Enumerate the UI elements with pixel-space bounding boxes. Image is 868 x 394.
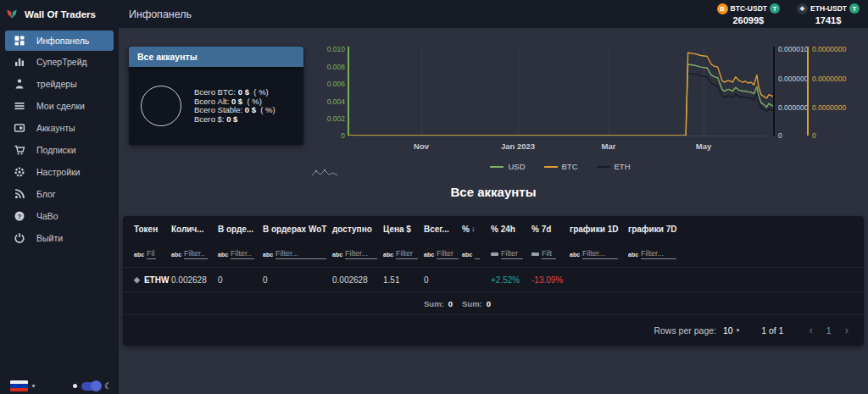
btc-axis-tick: 0.0000000 <box>812 75 846 83</box>
filter-input-percent-7d[interactable] <box>542 249 556 259</box>
sidebar-item-label: СуперТрейд <box>36 57 87 67</box>
filter-input-available[interactable] <box>345 249 377 259</box>
accounts-table: Токен Колич... В орде... В ордерах WoT д… <box>123 216 864 346</box>
all-accounts-summary-card: Все аккаунты Всего BTC: 0 $ ( %) Всего A… <box>129 47 303 145</box>
cell-price-usd: 1.51 <box>383 275 424 285</box>
sidebar-item-blog[interactable]: Блог <box>0 183 119 205</box>
filter-input-percent[interactable] <box>475 249 480 259</box>
eth-line-swatch <box>597 166 610 168</box>
account-card-icon <box>14 122 25 134</box>
left-axis-tick: 0.010 <box>314 45 345 53</box>
current-page-number[interactable]: 1 <box>826 325 832 336</box>
sidebar-item-traders[interactable]: трейдеры <box>0 73 119 95</box>
previous-page-button[interactable]: ‹ <box>809 324 812 336</box>
usdt-icon: T <box>770 3 780 14</box>
brand-name: Wall Of Traders <box>25 9 96 19</box>
ethw-token-icon: ◆ <box>134 275 140 284</box>
chevron-down-icon: ▼ <box>31 383 36 389</box>
eth-axis-tick: 0.000000 <box>778 103 808 112</box>
question-icon: ? <box>14 210 25 222</box>
column-header-percent[interactable]: %↓ <box>462 225 491 234</box>
chart-legend: USD BTC ETH <box>348 162 773 171</box>
sidebar-item-label: Выйти <box>36 233 63 243</box>
legend-item-btc[interactable]: BTC <box>544 162 578 171</box>
column-header-token[interactable]: Токен <box>134 225 171 234</box>
left-axis-tick: 0.004 <box>314 97 345 106</box>
column-header-price-usd[interactable]: Цена $ <box>383 225 424 234</box>
sidebar-item-label: Аккаунты <box>36 123 75 133</box>
btc-axis-tick: 0.0000000 <box>812 45 846 53</box>
sidebar-item-accounts[interactable]: Аккаунты <box>0 117 119 139</box>
sidebar-item-subscriptions[interactable]: Подписки <box>0 139 119 161</box>
left-axis-tick: 0.006 <box>314 80 345 88</box>
summary-card-header: Все аккаунты <box>129 47 303 67</box>
rows-per-page-label: Rows per page: <box>654 325 716 336</box>
column-header-total[interactable]: Всег... <box>424 225 462 234</box>
balance-history-chart: 0.010 0.008 0.006 0.004 0.002 0 0.000010… <box>314 38 865 186</box>
x-axis-tick: Jan 2023 <box>501 142 535 151</box>
sidebar-item-settings[interactable]: Настройки <box>0 161 119 183</box>
sidebar-item-label: Настройки <box>36 167 81 177</box>
cell-percent-24h: +2.52% <box>491 275 531 285</box>
ticker-pair: ETH-USDT <box>810 4 847 13</box>
next-page-button[interactable]: › <box>845 324 849 336</box>
legend-item-eth[interactable]: ETH <box>597 162 631 171</box>
left-axis-tick: 0.002 <box>314 114 345 123</box>
total-usd-row: Всего $: 0 $ <box>194 115 275 125</box>
list-icon <box>14 100 25 112</box>
eth-axis-line <box>773 47 775 136</box>
text-filter-icon: abc <box>462 252 472 258</box>
sidebar-item-logout[interactable]: Выйти <box>0 227 119 249</box>
sidebar-item-faq[interactable]: ? ЧаВо <box>0 205 119 227</box>
eth-axis-tick: 0.000000 <box>778 75 808 83</box>
price-tickers: B BTC-USDT T 26099$ ◆ ETH-USDT T 1741$ <box>717 3 860 25</box>
sidebar-nav: Инфопанель СуперТрейд трейдеры Мои сделк… <box>0 31 119 249</box>
filter-input-percent-24h[interactable] <box>501 249 523 259</box>
gear-icon <box>14 166 25 178</box>
rows-per-page: Rows per page: 10 ▾ <box>654 325 739 336</box>
legend-item-usd[interactable]: USD <box>490 162 525 171</box>
column-header-charts-7d[interactable]: графики 7D <box>628 225 864 234</box>
filter-input-price[interactable] <box>396 249 418 259</box>
column-header-percent-24h[interactable]: % 24h <box>491 225 531 234</box>
main-content: Все аккаунты Всего BTC: 0 $ ( %) Всего A… <box>119 28 868 394</box>
theme-switch[interactable] <box>81 382 100 391</box>
filter-input-in-orders[interactable] <box>231 249 254 259</box>
rows-per-page-select[interactable]: 10 ▾ <box>723 325 739 336</box>
cell-in-orders-wot: 0 <box>263 275 332 285</box>
table-sum-row: Sum:0 Sum:0 <box>123 292 864 314</box>
brand[interactable]: Wall Of Traders <box>0 0 119 28</box>
language-selector[interactable]: ▼ <box>10 380 36 391</box>
column-header-percent-7d[interactable]: % 7d <box>531 225 570 234</box>
column-header-quantity[interactable]: Колич... <box>171 225 218 234</box>
filter-input-token[interactable] <box>147 249 156 259</box>
column-header-in-orders-wot[interactable]: В ордерах WoT <box>263 225 332 234</box>
cart-icon <box>14 144 25 156</box>
filter-input-in-orders-wot[interactable] <box>275 249 326 259</box>
text-filter-icon: abc <box>332 252 342 258</box>
btc-axis-line <box>807 47 809 136</box>
sidebar-item-supertrade[interactable]: СуперТрейд <box>0 51 119 73</box>
column-header-charts-1d[interactable]: графики 1D <box>570 225 628 234</box>
filter-input-charts-7d[interactable] <box>641 249 676 259</box>
eth-axis-tick: 0 <box>778 131 782 140</box>
chevron-down-icon: ▾ <box>737 327 740 334</box>
sidebar-item-label: Инфопанель <box>36 36 89 46</box>
column-header-available[interactable]: доступно <box>332 225 383 234</box>
sidebar-item-label: ЧаВо <box>36 211 58 221</box>
filter-input-charts-1d[interactable] <box>582 249 618 259</box>
totals-list: Всего BTC: 0 $ ( %) Всего Alt: 0 $ ( %) … <box>194 88 275 124</box>
text-filter-icon: abc <box>171 252 181 258</box>
sidebar: Wall Of Traders Инфопанель СуперТрейд тр… <box>0 0 119 394</box>
filter-input-quantity[interactable] <box>184 249 208 259</box>
theme-toggle[interactable]: ☾ <box>73 382 112 391</box>
sidebar-item-my-deals[interactable]: Мои сделки <box>0 95 119 117</box>
cell-quantity: 0.002628 <box>171 275 218 285</box>
column-header-in-orders[interactable]: В орде... <box>218 225 263 234</box>
filter-input-total[interactable] <box>437 249 459 259</box>
ticker-price: 26099$ <box>732 15 764 25</box>
moon-icon: ☾ <box>104 382 112 391</box>
sidebar-item-dashboard[interactable]: Инфопанель <box>5 31 114 51</box>
table-row[interactable]: ◆ETHW 0.002628 0 0 0.002628 1.51 0 +2.52… <box>123 267 864 292</box>
wall-of-traders-logo-icon <box>6 8 18 20</box>
